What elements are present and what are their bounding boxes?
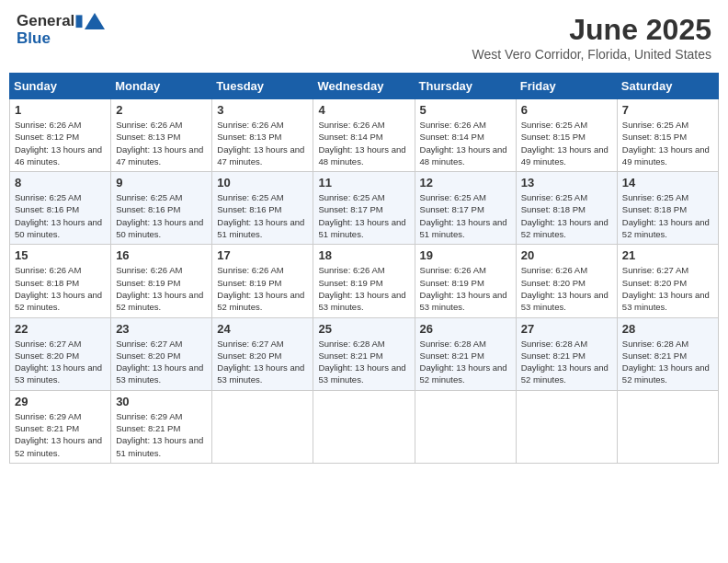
calendar-day-cell: 6 Sunrise: 6:25 AMSunset: 8:15 PMDayligh… <box>516 99 617 172</box>
day-info: Sunrise: 6:29 AMSunset: 8:21 PMDaylight:… <box>15 410 106 459</box>
calendar-week-row: 22 Sunrise: 6:27 AMSunset: 8:20 PMDaylig… <box>10 317 719 390</box>
calendar-day-cell: 29 Sunrise: 6:29 AMSunset: 8:21 PMDaylig… <box>10 390 111 463</box>
day-number: 22 <box>15 322 106 336</box>
day-info: Sunrise: 6:26 AMSunset: 8:19 PMDaylight:… <box>420 264 511 313</box>
weekday-header: Monday <box>111 74 212 99</box>
day-number: 28 <box>622 322 713 336</box>
calendar-day-cell <box>516 390 617 463</box>
calendar-day-cell: 25 Sunrise: 6:28 AMSunset: 8:21 PMDaylig… <box>313 317 415 390</box>
weekday-header: Wednesday <box>313 74 415 99</box>
weekday-header: Thursday <box>415 74 516 99</box>
day-info: Sunrise: 6:25 AMSunset: 8:15 PMDaylight:… <box>521 119 612 167</box>
calendar-day-cell: 2 Sunrise: 6:26 AMSunset: 8:13 PMDayligh… <box>111 99 212 172</box>
day-number: 12 <box>420 176 511 190</box>
calendar-day-cell: 10 Sunrise: 6:25 AMSunset: 8:16 PMDaylig… <box>212 172 313 245</box>
calendar-day-cell <box>415 390 516 463</box>
day-number: 26 <box>420 322 511 336</box>
calendar-table: SundayMondayTuesdayWednesdayThursdayFrid… <box>9 73 719 464</box>
day-info: Sunrise: 6:26 AMSunset: 8:19 PMDaylight:… <box>318 264 409 313</box>
calendar-day-cell: 11 Sunrise: 6:25 AMSunset: 8:17 PMDaylig… <box>313 172 415 245</box>
calendar-week-row: 29 Sunrise: 6:29 AMSunset: 8:21 PMDaylig… <box>10 390 719 463</box>
logo-icon <box>85 13 105 29</box>
day-number: 16 <box>116 248 207 262</box>
day-number: 23 <box>116 322 207 336</box>
calendar-day-cell: 22 Sunrise: 6:27 AMSunset: 8:20 PMDaylig… <box>10 317 111 390</box>
calendar-day-cell <box>313 390 415 463</box>
day-info: Sunrise: 6:25 AMSunset: 8:18 PMDaylight:… <box>521 191 612 240</box>
day-number: 7 <box>622 103 713 117</box>
day-number: 3 <box>217 103 308 117</box>
day-info: Sunrise: 6:26 AMSunset: 8:14 PMDaylight:… <box>420 119 511 167</box>
calendar-week-row: 8 Sunrise: 6:25 AMSunset: 8:16 PMDayligh… <box>10 172 719 245</box>
weekday-header: Friday <box>516 74 617 99</box>
weekday-header: Tuesday <box>212 74 313 99</box>
day-number: 14 <box>622 176 713 190</box>
title-block: June 2025 West Vero Corridor, Florida, U… <box>472 13 711 62</box>
day-info: Sunrise: 6:25 AMSunset: 8:15 PMDaylight:… <box>622 119 713 167</box>
calendar-day-cell <box>617 390 718 463</box>
day-number: 1 <box>15 103 106 117</box>
day-number: 13 <box>521 176 612 190</box>
weekday-header: Sunday <box>10 74 111 99</box>
weekday-header: Saturday <box>617 74 718 99</box>
day-number: 20 <box>521 248 612 262</box>
day-info: Sunrise: 6:25 AMSunset: 8:16 PMDaylight:… <box>217 191 308 240</box>
logo-text: General▮ <box>17 13 83 30</box>
calendar-day-cell: 1 Sunrise: 6:26 AMSunset: 8:12 PMDayligh… <box>10 99 111 172</box>
day-info: Sunrise: 6:26 AMSunset: 8:20 PMDaylight:… <box>521 264 612 313</box>
calendar-day-cell: 15 Sunrise: 6:26 AMSunset: 8:18 PMDaylig… <box>10 245 111 317</box>
day-number: 29 <box>15 395 106 408</box>
day-info: Sunrise: 6:25 AMSunset: 8:16 PMDaylight:… <box>116 191 207 240</box>
calendar-day-cell: 17 Sunrise: 6:26 AMSunset: 8:19 PMDaylig… <box>212 245 313 317</box>
calendar-day-cell: 26 Sunrise: 6:28 AMSunset: 8:21 PMDaylig… <box>415 317 516 390</box>
calendar-day-cell: 18 Sunrise: 6:26 AMSunset: 8:19 PMDaylig… <box>313 245 415 317</box>
calendar-day-cell: 28 Sunrise: 6:28 AMSunset: 8:21 PMDaylig… <box>617 317 718 390</box>
calendar-day-cell: 21 Sunrise: 6:27 AMSunset: 8:20 PMDaylig… <box>617 245 718 317</box>
calendar-day-cell: 8 Sunrise: 6:25 AMSunset: 8:16 PMDayligh… <box>10 172 111 245</box>
calendar-day-cell <box>212 390 313 463</box>
calendar-day-cell: 19 Sunrise: 6:26 AMSunset: 8:19 PMDaylig… <box>415 245 516 317</box>
day-info: Sunrise: 6:27 AMSunset: 8:20 PMDaylight:… <box>15 338 106 386</box>
day-number: 21 <box>622 248 713 262</box>
day-number: 4 <box>318 103 409 117</box>
day-number: 8 <box>15 176 106 190</box>
day-info: Sunrise: 6:27 AMSunset: 8:20 PMDaylight:… <box>217 338 308 386</box>
svg-marker-0 <box>85 13 105 29</box>
calendar-day-cell: 20 Sunrise: 6:26 AMSunset: 8:20 PMDaylig… <box>516 245 617 317</box>
day-info: Sunrise: 6:28 AMSunset: 8:21 PMDaylight:… <box>622 338 713 386</box>
calendar-header-row: SundayMondayTuesdayWednesdayThursdayFrid… <box>10 74 719 99</box>
day-number: 11 <box>318 176 409 190</box>
day-number: 6 <box>521 103 612 117</box>
calendar-day-cell: 23 Sunrise: 6:27 AMSunset: 8:20 PMDaylig… <box>111 317 212 390</box>
day-info: Sunrise: 6:29 AMSunset: 8:21 PMDaylight:… <box>116 410 207 459</box>
day-number: 25 <box>318 322 409 336</box>
calendar-day-cell: 24 Sunrise: 6:27 AMSunset: 8:20 PMDaylig… <box>212 317 313 390</box>
calendar-day-cell: 30 Sunrise: 6:29 AMSunset: 8:21 PMDaylig… <box>111 390 212 463</box>
day-number: 17 <box>217 248 308 262</box>
day-info: Sunrise: 6:26 AMSunset: 8:13 PMDaylight:… <box>217 119 308 167</box>
calendar-day-cell: 5 Sunrise: 6:26 AMSunset: 8:14 PMDayligh… <box>415 99 516 172</box>
calendar-day-cell: 9 Sunrise: 6:25 AMSunset: 8:16 PMDayligh… <box>111 172 212 245</box>
day-number: 10 <box>217 176 308 190</box>
day-number: 27 <box>521 322 612 336</box>
logo: General▮ Blue <box>17 13 105 47</box>
day-number: 18 <box>318 248 409 262</box>
day-info: Sunrise: 6:26 AMSunset: 8:13 PMDaylight:… <box>116 119 207 167</box>
location-title: West Vero Corridor, Florida, United Stat… <box>472 47 711 62</box>
day-info: Sunrise: 6:26 AMSunset: 8:19 PMDaylight:… <box>116 264 207 313</box>
day-info: Sunrise: 6:25 AMSunset: 8:16 PMDaylight:… <box>15 191 106 240</box>
calendar-day-cell: 16 Sunrise: 6:26 AMSunset: 8:19 PMDaylig… <box>111 245 212 317</box>
calendar-week-row: 15 Sunrise: 6:26 AMSunset: 8:18 PMDaylig… <box>10 245 719 317</box>
page-header: General▮ Blue June 2025 West Vero Corrid… <box>9 9 719 65</box>
day-number: 15 <box>15 248 106 262</box>
day-info: Sunrise: 6:25 AMSunset: 8:17 PMDaylight:… <box>318 191 409 240</box>
day-number: 9 <box>116 176 207 190</box>
day-info: Sunrise: 6:26 AMSunset: 8:14 PMDaylight:… <box>318 119 409 167</box>
day-info: Sunrise: 6:25 AMSunset: 8:17 PMDaylight:… <box>420 191 511 240</box>
calendar-day-cell: 12 Sunrise: 6:25 AMSunset: 8:17 PMDaylig… <box>415 172 516 245</box>
day-number: 5 <box>420 103 511 117</box>
calendar-day-cell: 27 Sunrise: 6:28 AMSunset: 8:21 PMDaylig… <box>516 317 617 390</box>
day-number: 2 <box>116 103 207 117</box>
calendar-day-cell: 7 Sunrise: 6:25 AMSunset: 8:15 PMDayligh… <box>617 99 718 172</box>
day-info: Sunrise: 6:28 AMSunset: 8:21 PMDaylight:… <box>521 338 612 386</box>
